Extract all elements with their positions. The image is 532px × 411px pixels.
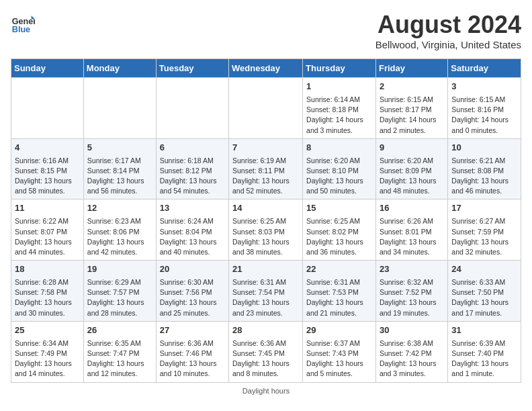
day-number: 17 bbox=[451, 202, 517, 215]
day-number: 31 bbox=[451, 324, 517, 337]
day-info: Sunrise: 6:21 AM Sunset: 8:08 PM Dayligh… bbox=[451, 156, 508, 195]
calendar-cell: 10Sunrise: 6:21 AM Sunset: 8:08 PM Dayli… bbox=[448, 138, 521, 199]
calendar-cell: 11Sunrise: 6:22 AM Sunset: 8:07 PM Dayli… bbox=[11, 199, 84, 261]
calendar-cell: 3Sunrise: 6:15 AM Sunset: 8:16 PM Daylig… bbox=[448, 78, 521, 139]
day-number: 21 bbox=[232, 263, 299, 276]
calendar-week-row: 25Sunrise: 6:34 AM Sunset: 7:49 PM Dayli… bbox=[11, 321, 521, 382]
day-info: Sunrise: 6:33 AM Sunset: 7:50 PM Dayligh… bbox=[451, 278, 508, 317]
day-info: Sunrise: 6:15 AM Sunset: 8:17 PM Dayligh… bbox=[380, 95, 437, 134]
calendar-day-header: Wednesday bbox=[229, 59, 303, 78]
calendar-cell bbox=[156, 78, 228, 139]
calendar-cell: 14Sunrise: 6:25 AM Sunset: 8:03 PM Dayli… bbox=[229, 199, 303, 261]
day-number: 6 bbox=[160, 142, 225, 154]
day-info: Sunrise: 6:37 AM Sunset: 7:43 PM Dayligh… bbox=[306, 339, 363, 378]
day-info: Sunrise: 6:34 AM Sunset: 7:49 PM Dayligh… bbox=[15, 339, 72, 378]
page-title: August 2024 bbox=[375, 11, 521, 39]
day-info: Sunrise: 6:23 AM Sunset: 8:06 PM Dayligh… bbox=[87, 217, 144, 256]
title-block: August 2024 Bellwood, Virginia, United S… bbox=[375, 11, 521, 50]
footer-note: Daylight hours bbox=[11, 387, 521, 395]
day-number: 4 bbox=[15, 142, 80, 154]
page-header: General Blue August 2024 Bellwood, Virgi… bbox=[11, 11, 521, 50]
day-number: 24 bbox=[451, 263, 517, 276]
day-number: 18 bbox=[15, 263, 80, 276]
day-info: Sunrise: 6:31 AM Sunset: 7:53 PM Dayligh… bbox=[306, 278, 363, 317]
calendar-cell: 24Sunrise: 6:33 AM Sunset: 7:50 PM Dayli… bbox=[448, 261, 521, 322]
calendar-day-header: Sunday bbox=[11, 59, 84, 78]
calendar-cell: 26Sunrise: 6:35 AM Sunset: 7:47 PM Dayli… bbox=[83, 321, 156, 382]
day-number: 14 bbox=[232, 202, 299, 215]
calendar-cell: 4Sunrise: 6:16 AM Sunset: 8:15 PM Daylig… bbox=[11, 138, 84, 199]
day-number: 12 bbox=[87, 202, 152, 215]
page-subtitle: Bellwood, Virginia, United States bbox=[375, 39, 521, 50]
calendar-cell bbox=[83, 78, 156, 139]
day-number: 30 bbox=[380, 324, 444, 337]
day-number: 2 bbox=[380, 81, 444, 93]
calendar-cell: 23Sunrise: 6:32 AM Sunset: 7:52 PM Dayli… bbox=[375, 261, 447, 322]
day-info: Sunrise: 6:20 AM Sunset: 8:09 PM Dayligh… bbox=[380, 156, 437, 195]
calendar-week-row: 11Sunrise: 6:22 AM Sunset: 8:07 PM Dayli… bbox=[11, 199, 521, 261]
day-info: Sunrise: 6:17 AM Sunset: 8:14 PM Dayligh… bbox=[87, 156, 144, 195]
day-number: 26 bbox=[87, 324, 152, 337]
calendar-cell: 13Sunrise: 6:24 AM Sunset: 8:04 PM Dayli… bbox=[156, 199, 228, 261]
logo-icon: General Blue bbox=[11, 11, 35, 35]
day-info: Sunrise: 6:35 AM Sunset: 7:47 PM Dayligh… bbox=[87, 339, 144, 378]
day-number: 10 bbox=[451, 142, 517, 154]
calendar-day-header: Monday bbox=[83, 59, 156, 78]
calendar-cell: 27Sunrise: 6:36 AM Sunset: 7:46 PM Dayli… bbox=[156, 321, 228, 382]
day-info: Sunrise: 6:27 AM Sunset: 7:59 PM Dayligh… bbox=[451, 217, 508, 256]
calendar-day-header: Thursday bbox=[303, 59, 376, 78]
calendar-cell: 8Sunrise: 6:20 AM Sunset: 8:10 PM Daylig… bbox=[303, 138, 376, 199]
calendar-cell: 21Sunrise: 6:31 AM Sunset: 7:54 PM Dayli… bbox=[229, 261, 303, 322]
day-info: Sunrise: 6:30 AM Sunset: 7:56 PM Dayligh… bbox=[160, 278, 217, 317]
day-number: 16 bbox=[380, 202, 444, 215]
calendar-cell: 20Sunrise: 6:30 AM Sunset: 7:56 PM Dayli… bbox=[156, 261, 228, 322]
day-info: Sunrise: 6:36 AM Sunset: 7:45 PM Dayligh… bbox=[232, 339, 290, 378]
calendar-week-row: 4Sunrise: 6:16 AM Sunset: 8:15 PM Daylig… bbox=[11, 138, 521, 199]
logo: General Blue bbox=[11, 11, 35, 35]
day-number: 1 bbox=[306, 81, 372, 93]
day-info: Sunrise: 6:26 AM Sunset: 8:01 PM Dayligh… bbox=[380, 217, 437, 256]
calendar-cell bbox=[11, 78, 84, 139]
day-info: Sunrise: 6:16 AM Sunset: 8:15 PM Dayligh… bbox=[15, 156, 72, 195]
calendar-cell bbox=[229, 78, 303, 139]
day-info: Sunrise: 6:15 AM Sunset: 8:16 PM Dayligh… bbox=[451, 95, 508, 134]
day-number: 8 bbox=[306, 142, 372, 154]
day-number: 23 bbox=[380, 263, 444, 276]
calendar-cell: 28Sunrise: 6:36 AM Sunset: 7:45 PM Dayli… bbox=[229, 321, 303, 382]
day-info: Sunrise: 6:39 AM Sunset: 7:40 PM Dayligh… bbox=[451, 339, 508, 378]
calendar-cell: 1Sunrise: 6:14 AM Sunset: 8:18 PM Daylig… bbox=[303, 78, 376, 139]
day-number: 15 bbox=[306, 202, 372, 215]
day-info: Sunrise: 6:29 AM Sunset: 7:57 PM Dayligh… bbox=[87, 278, 144, 317]
day-info: Sunrise: 6:31 AM Sunset: 7:54 PM Dayligh… bbox=[232, 278, 290, 317]
calendar-cell: 16Sunrise: 6:26 AM Sunset: 8:01 PM Dayli… bbox=[375, 199, 447, 261]
calendar-cell: 25Sunrise: 6:34 AM Sunset: 7:49 PM Dayli… bbox=[11, 321, 84, 382]
day-info: Sunrise: 6:19 AM Sunset: 8:11 PM Dayligh… bbox=[232, 156, 290, 195]
day-info: Sunrise: 6:14 AM Sunset: 8:18 PM Dayligh… bbox=[306, 95, 363, 134]
calendar-header-row: SundayMondayTuesdayWednesdayThursdayFrid… bbox=[11, 59, 521, 78]
day-number: 20 bbox=[160, 263, 225, 276]
day-info: Sunrise: 6:28 AM Sunset: 7:58 PM Dayligh… bbox=[15, 278, 72, 317]
day-number: 22 bbox=[306, 263, 372, 276]
day-number: 5 bbox=[87, 142, 152, 154]
day-number: 28 bbox=[232, 324, 299, 337]
calendar-cell: 9Sunrise: 6:20 AM Sunset: 8:09 PM Daylig… bbox=[375, 138, 447, 199]
calendar-cell: 12Sunrise: 6:23 AM Sunset: 8:06 PM Dayli… bbox=[83, 199, 156, 261]
calendar-cell: 29Sunrise: 6:37 AM Sunset: 7:43 PM Dayli… bbox=[303, 321, 376, 382]
day-number: 27 bbox=[160, 324, 225, 337]
day-info: Sunrise: 6:32 AM Sunset: 7:52 PM Dayligh… bbox=[380, 278, 437, 317]
calendar-day-header: Friday bbox=[375, 59, 447, 78]
calendar-cell: 6Sunrise: 6:18 AM Sunset: 8:12 PM Daylig… bbox=[156, 138, 228, 199]
day-number: 9 bbox=[380, 142, 444, 154]
day-number: 3 bbox=[451, 81, 517, 93]
calendar-week-row: 1Sunrise: 6:14 AM Sunset: 8:18 PM Daylig… bbox=[11, 78, 521, 139]
day-info: Sunrise: 6:18 AM Sunset: 8:12 PM Dayligh… bbox=[160, 156, 217, 195]
calendar-cell: 18Sunrise: 6:28 AM Sunset: 7:58 PM Dayli… bbox=[11, 261, 84, 322]
calendar-cell: 15Sunrise: 6:25 AM Sunset: 8:02 PM Dayli… bbox=[303, 199, 376, 261]
day-info: Sunrise: 6:36 AM Sunset: 7:46 PM Dayligh… bbox=[160, 339, 217, 378]
calendar-day-header: Tuesday bbox=[156, 59, 228, 78]
day-info: Sunrise: 6:20 AM Sunset: 8:10 PM Dayligh… bbox=[306, 156, 363, 195]
day-number: 25 bbox=[15, 324, 80, 337]
day-info: Sunrise: 6:24 AM Sunset: 8:04 PM Dayligh… bbox=[160, 217, 217, 256]
calendar-cell: 19Sunrise: 6:29 AM Sunset: 7:57 PM Dayli… bbox=[83, 261, 156, 322]
calendar-cell: 30Sunrise: 6:38 AM Sunset: 7:42 PM Dayli… bbox=[375, 321, 447, 382]
